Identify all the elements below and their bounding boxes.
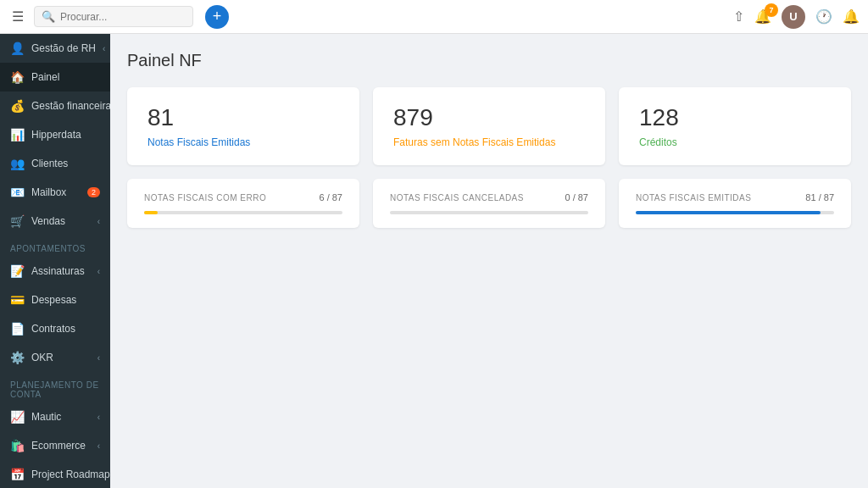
progress-value-notas-erro: 6 / 87 [319,192,342,202]
page-title: Painel NF [127,51,851,70]
sidebar-item-label-clientes: Clientes [31,158,100,169]
progress-card-notas-erro: NOTAS FISCAIS COM ERRO6 / 87 [127,179,359,228]
assinaturas-icon: 📝 [10,264,25,278]
sidebar-item-clientes[interactable]: 👥Clientes [0,149,110,178]
sidebar-item-label-okr: OKR [31,352,91,363]
sidebar-item-mailbox[interactable]: 📧Mailbox2 [0,178,110,207]
add-button[interactable]: + [205,5,229,29]
search-icon: 🔍 [42,10,55,23]
sidebar-item-label-gestao-financeira: Gestão financeira [31,100,110,112]
progress-header-notas-emitidas-prog: NOTAS FISCAIS EMITIDAS81 / 87 [636,192,834,202]
painel-icon: 🏠 [10,70,25,84]
mautic-icon: 📈 [10,410,25,424]
topbar-right: ⇧ 🔔 7 U 🕐 🔔 [733,5,860,29]
stat-number-creditos: 128 [639,104,831,131]
sidebar-item-gestao-rh[interactable]: 👤Gestão de RH‹ [0,34,110,63]
stat-label-creditos: Créditos [639,136,831,148]
progress-header-notas-erro: NOTAS FISCAIS COM ERRO6 / 87 [144,192,342,202]
chevron-icon: ‹ [97,441,100,451]
progress-cards-row: NOTAS FISCAIS COM ERRO6 / 87NOTAS FISCAI… [127,179,851,228]
sidebar-item-label-mailbox: Mailbox [31,186,81,198]
progress-bar-bg-notas-emitidas-prog [636,211,834,214]
sidebar-item-hipperdata[interactable]: 📊Hipperdata [0,120,110,149]
sidebar-item-gestao-financeira[interactable]: 💰Gestão financeira‹ [0,92,110,120]
despesas-icon: 💳 [10,293,25,307]
progress-value-notas-canceladas: 0 / 87 [565,192,588,202]
sidebar-item-label-painel: Painel [31,71,100,83]
share-icon[interactable]: ⇧ [733,8,744,25]
sidebar-item-painel[interactable]: 🏠Painel [0,63,110,92]
sidebar-item-ecommerce[interactable]: 🛍️Ecommerce‹ [0,431,110,460]
contratos-icon: 📄 [10,322,25,336]
sidebar-item-despesas[interactable]: 💳Despesas [0,286,110,314]
progress-title-notas-emitidas-prog: NOTAS FISCAIS EMITIDAS [636,193,751,202]
gestao-rh-icon: 👤 [10,42,25,55]
sidebar-item-vendas[interactable]: 🛒Vendas‹ [0,207,110,236]
sidebar-item-label-ecommerce: Ecommerce [31,440,91,452]
gestao-financeira-icon: 💰 [10,99,25,113]
okr-icon: ⚙️ [10,351,25,364]
chevron-icon: ‹ [97,217,100,226]
sidebar-item-assinaturas[interactable]: 📝Assinaturas‹ [0,257,110,286]
mailbox-icon: 📧 [10,186,25,199]
vendas-icon: 🛒 [10,214,25,228]
progress-card-notas-canceladas: NOTAS FISCAIS CANCELADAS0 / 87 [373,179,605,228]
stat-card-creditos: 128Créditos [619,87,851,165]
sidebar-item-label-vendas: Vendas [31,215,91,227]
hamburger-icon[interactable]: ☰ [8,5,27,28]
mailbox-badge: 2 [87,187,100,197]
sidebar-item-mautic[interactable]: 📈Mautic‹ [0,402,110,431]
sidebar-section-label: Planejamento de conta [0,372,110,402]
stat-cards-row: 81Notas Fiscais Emitidas879Faturas sem N… [127,87,851,165]
search-bar: 🔍 [34,6,193,27]
avatar[interactable]: U [782,5,805,29]
progress-header-notas-canceladas: NOTAS FISCAIS CANCELADAS0 / 87 [390,192,588,202]
main-content: Painel NF 81Notas Fiscais Emitidas879Fat… [110,34,868,488]
stat-label-notas-emitidas: Notas Fiscais Emitidas [147,136,339,148]
notification-badge-wrap[interactable]: 🔔 7 [754,8,771,25]
sidebar-item-label-hipperdata: Hipperdata [31,129,100,141]
ecommerce-icon: 🛍️ [10,439,25,452]
chevron-icon: ‹ [97,413,100,422]
progress-bar-bg-notas-erro [144,211,342,214]
hipperdata-icon: 📊 [10,128,25,141]
chevron-icon: ‹ [97,353,100,363]
progress-bar-bg-notas-canceladas [390,211,588,214]
clock-icon[interactable]: 🕐 [815,8,832,25]
topbar: ☰ 🔍 + ⇧ 🔔 7 U 🕐 🔔 [0,0,868,34]
sidebar-item-okr[interactable]: ⚙️OKR‹ [0,343,110,372]
search-input[interactable] [60,11,186,23]
topbar-left: ☰ 🔍 + [8,5,229,29]
sidebar: 👤Gestão de RH‹🏠Painel💰Gestão financeira‹… [0,34,110,488]
progress-card-notas-emitidas-prog: NOTAS FISCAIS EMITIDAS81 / 87 [619,179,851,228]
project-roadmap-icon: 📅 [10,468,25,481]
chevron-icon: ‹ [97,267,100,276]
sidebar-item-project-roadmap[interactable]: 📅Project Roadmap [0,460,110,488]
clientes-icon: 👥 [10,157,25,170]
alert-icon[interactable]: 🔔 [843,8,860,25]
progress-value-notas-emitidas-prog: 81 / 87 [805,192,834,202]
stat-card-faturas-sem-notas: 879Faturas sem Notas Fiscais Emitidas [373,87,605,165]
stat-card-notas-emitidas: 81Notas Fiscais Emitidas [127,87,359,165]
progress-title-notas-erro: NOTAS FISCAIS COM ERRO [144,193,266,202]
sidebar-section-label: Apontamentos [0,236,110,257]
sidebar-item-label-mautic: Mautic [31,411,91,423]
sidebar-item-label-contratos: Contratos [31,323,100,335]
sidebar-item-label-project-roadmap: Project Roadmap [31,469,110,480]
stat-number-notas-emitidas: 81 [147,104,339,131]
sidebar-item-contratos[interactable]: 📄Contratos [0,314,110,343]
progress-title-notas-canceladas: NOTAS FISCAIS CANCELADAS [390,193,524,202]
stat-label-faturas-sem-notas: Faturas sem Notas Fiscais Emitidas [393,136,585,148]
sidebar-item-label-gestao-rh: Gestão de RH [31,42,96,54]
stat-number-faturas-sem-notas: 879 [393,104,585,131]
sidebar-item-label-assinaturas: Assinaturas [31,265,91,277]
progress-bar-fill-notas-erro [144,211,158,214]
sidebar-item-label-despesas: Despesas [31,294,100,306]
progress-bar-fill-notas-emitidas-prog [636,211,821,214]
notification-badge: 7 [765,3,778,17]
chevron-icon: ‹ [103,44,105,53]
